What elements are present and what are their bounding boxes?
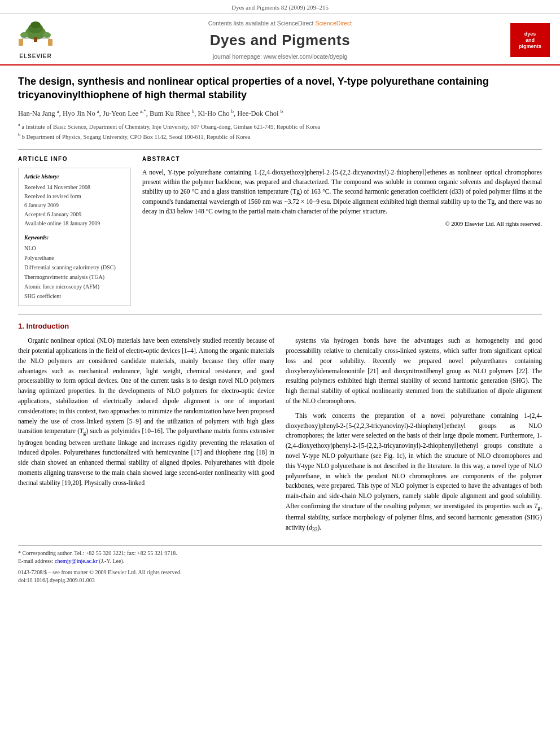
intro-para-3: This work concerns the preparation of a … [286, 411, 542, 534]
svg-rect-4 [34, 37, 37, 42]
elsevier-label: ELSEVIER [19, 53, 51, 60]
journal-header-center: Contents lists available at ScienceDirec… [61, 19, 499, 61]
issn-note: 0143-7208/$ – see front matter © 2009 El… [18, 569, 542, 576]
affiliation-a: a a Institute of Basic Science, Departme… [18, 121, 542, 131]
revised-date: 6 January 2009 [24, 201, 125, 210]
article-history-title: Article history: [24, 173, 125, 181]
intro-col-left: Organic nonlinear optical (NLO) material… [18, 336, 274, 539]
article-info-block: Article history: Received 14 November 20… [18, 168, 131, 306]
doi-note: doi:10.1016/j.dyepig.2009.01.003 [18, 576, 542, 584]
authors: Han-Na Jang a, Hyo Jin No a, Ju-Yeon Lee… [18, 108, 542, 119]
elsevier-logo: ELSEVIER [10, 20, 61, 60]
intro-body-columns: Organic nonlinear optical (NLO) material… [18, 336, 542, 539]
email-note: E-mail address: chemjy@inje.ac.kr (J.-Y.… [18, 557, 542, 565]
received-date: Received 14 November 2008 [24, 183, 125, 192]
article-info-header: ARTICLE INFO [18, 155, 131, 163]
keywords-list: NLO Polyurethane Differential scanning c… [24, 243, 125, 301]
intro-col-right: systems via hydrogen bonds have the adva… [286, 336, 542, 539]
intro-para-2: systems via hydrogen bonds have the adva… [286, 336, 542, 407]
svg-rect-8 [48, 39, 53, 46]
affiliation-b: b b Department of Physics, Sogang Univer… [18, 132, 542, 141]
keyword-polyurethane: Polyurethane [24, 253, 125, 263]
doi-area: 0143-7208/$ – see front matter © 2009 El… [18, 569, 542, 584]
svg-point-5 [20, 32, 28, 38]
elsevier-tree-icon [19, 20, 53, 51]
sciencedirect-link[interactable]: ScienceDirect [315, 20, 352, 27]
introduction-section: 1. Introduction Organic nonlinear optica… [18, 314, 542, 539]
abstract-col: ABSTRACT A novel, Y-type polyurethane co… [142, 155, 542, 306]
email-link[interactable]: chemjy@inje.ac.kr [55, 558, 98, 564]
journal-logo-right: dyes and pigments [510, 23, 550, 57]
top-bar: Dyes and Pigments 82 (2009) 209–215 [0, 0, 560, 14]
journal-header: ELSEVIER Contents lists available at Sci… [0, 14, 560, 65]
journal-header-right: dyes and pigments [499, 23, 550, 57]
keyword-nlo: NLO [24, 243, 125, 253]
keyword-tga: Thermogravimetric analysis (TGA) [24, 272, 125, 282]
accepted-date: Accepted 6 January 2009 [24, 210, 125, 219]
article-info-abstract: ARTICLE INFO Article history: Received 1… [18, 149, 542, 306]
affiliations: a a Institute of Basic Science, Departme… [18, 121, 542, 141]
sciencedirect-bar: Contents lists available at ScienceDirec… [61, 19, 499, 28]
abstract-header: ABSTRACT [142, 155, 542, 163]
received-revised-label: Received in revised form [24, 192, 125, 201]
abstract-text: A novel, Y-type polyurethane containing … [142, 168, 542, 229]
journal-issue-info: Dyes and Pigments 82 (2009) 209–215 [231, 4, 329, 11]
keyword-dsc: Differential scanning calorimetry (DSC) [24, 263, 125, 272]
article-title: The design, synthesis and nonlinear opti… [18, 75, 542, 102]
page-wrapper: Dyes and Pigments 82 (2009) 209–215 [0, 0, 560, 747]
keyword-afm: Atomic force microscopy (AFM) [24, 282, 125, 291]
footnote-area: * Corresponding author. Tel.: +82 55 320… [18, 545, 542, 565]
svg-rect-7 [19, 39, 23, 46]
keywords-title: Keywords: [24, 234, 125, 242]
corresponding-note: * Corresponding author. Tel.: +82 55 320… [18, 549, 542, 557]
svg-point-3 [30, 21, 41, 28]
journal-title: Dyes and Pigments [61, 30, 499, 50]
intro-para-1: Organic nonlinear optical (NLO) material… [18, 336, 274, 488]
available-date: Available online 18 January 2009 [24, 219, 125, 228]
keyword-shg: SHG coefficient [24, 291, 125, 301]
copyright: © 2009 Elsevier Ltd. All rights reserved… [142, 220, 542, 229]
article-info-col: ARTICLE INFO Article history: Received 1… [18, 155, 131, 306]
journal-homepage: journal homepage: www.elsevier.com/locat… [61, 53, 499, 61]
article-content: The design, synthesis and nonlinear opti… [0, 65, 560, 596]
svg-point-6 [43, 32, 51, 38]
intro-title: 1. Introduction [18, 321, 542, 331]
elsevier-logo-area: ELSEVIER [10, 20, 61, 60]
